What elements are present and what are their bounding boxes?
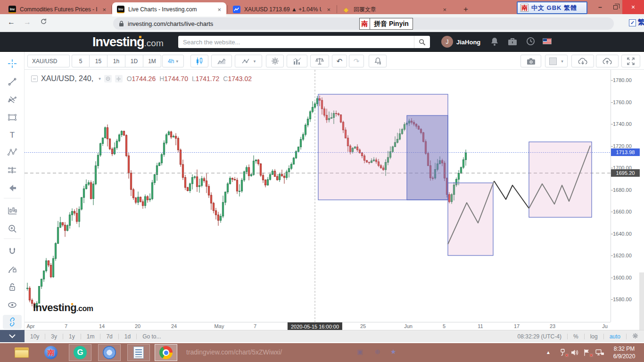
range-3y[interactable]: 3y	[45, 333, 63, 340]
cursor-crosshair-icon[interactable]	[0, 56, 25, 72]
timeframe-1m[interactable]: 1M	[143, 55, 161, 67]
collapse-arrow-left-icon[interactable]	[0, 180, 25, 196]
page-scrollbar[interactable]	[639, 272, 644, 330]
compare-button[interactable]: ▾	[235, 55, 262, 67]
clock-utc-label[interactable]: 08:32:29 (UTC-4)	[512, 333, 567, 340]
timeframe-1h[interactable]: 1h	[107, 55, 125, 67]
timeframe-1d[interactable]: 1D	[125, 55, 143, 67]
save-chart-button[interactable]	[596, 55, 619, 67]
refresh-button[interactable]	[38, 18, 49, 27]
sidebar-collapse-chevron[interactable]	[0, 330, 25, 342]
ime-checkbox[interactable]: ✓	[629, 19, 636, 26]
log-scale-toggle[interactable]: log	[585, 333, 603, 340]
chromium-icon[interactable]	[98, 344, 121, 361]
lock-drawings-icon[interactable]	[0, 279, 25, 295]
range-1m[interactable]: 1m	[81, 333, 100, 340]
window-restore-button[interactable]	[608, 0, 622, 14]
area-style-button[interactable]	[211, 55, 232, 67]
axis-settings-gear-icon[interactable]	[627, 333, 644, 340]
timeframe-15m[interactable]: 15	[90, 55, 107, 67]
indicators-button[interactable]	[287, 55, 307, 67]
username[interactable]: JiaHong	[456, 39, 480, 46]
language-flag-icon[interactable]	[543, 38, 552, 44]
ime-traditional-char[interactable]: 繁	[638, 18, 644, 27]
window-minimize-button[interactable]: –	[593, 0, 607, 14]
range-1y[interactable]: 1y	[63, 333, 81, 340]
hide-drawings-eye-icon[interactable]	[0, 297, 25, 313]
legend-visibility-icon[interactable]	[104, 75, 112, 82]
load-chart-button[interactable]	[571, 55, 594, 67]
taskbar-clock[interactable]: 8:32 PM 6/9/2020	[607, 345, 641, 360]
tab-close-icon[interactable]: ×	[101, 6, 107, 13]
file-explorer-icon[interactable]	[10, 344, 33, 361]
undo-button[interactable]: ↶	[332, 55, 347, 67]
compare-scales-button[interactable]	[310, 55, 329, 67]
portfolio-briefcase-icon[interactable]	[507, 37, 518, 48]
gann-fib-tools-icon[interactable]	[0, 91, 25, 107]
settings-button[interactable]	[266, 55, 284, 67]
tray-volume-icon[interactable]	[570, 348, 580, 357]
notifications-bell-icon[interactable]	[490, 37, 499, 48]
avatar[interactable]: J	[441, 36, 453, 48]
price-axis[interactable]: 1713.98 1695.20 1780.001760.001740.00172…	[611, 70, 639, 322]
search-input[interactable]	[178, 39, 414, 46]
ime-globe-icon[interactable]: 南	[40, 344, 62, 361]
timeframe-4h-active[interactable]: 4h ▾	[162, 55, 184, 67]
symbol-input[interactable]: XAU/USD	[27, 55, 70, 67]
grammarly-icon[interactable]: G	[69, 344, 91, 361]
timeframe-5m[interactable]: 5	[72, 55, 90, 67]
legend-settings-gear-icon[interactable]	[115, 75, 123, 82]
screenshot-camera-button[interactable]	[520, 55, 541, 67]
shapes-rectangle-icon[interactable]	[0, 109, 25, 125]
forward-button[interactable]: →	[22, 18, 33, 26]
tray-action-center-flag-icon[interactable]: ✕	[583, 348, 592, 357]
tab-close-icon[interactable]: ×	[216, 6, 223, 13]
tray-show-hidden-icon[interactable]: ▲	[546, 350, 555, 358]
range-7d[interactable]: 7d	[100, 333, 118, 340]
writer-document-icon[interactable]	[127, 344, 150, 361]
bars-pattern-icon[interactable]	[0, 203, 25, 219]
range-10y[interactable]: 10y	[25, 333, 45, 340]
tab-live-charts[interactable]: Inv Live Charts - Investing.com ×	[112, 2, 226, 16]
tray-network-icon[interactable]	[595, 348, 604, 357]
add-alert-button[interactable]	[369, 55, 387, 67]
stay-drawing-mode-icon[interactable]	[0, 261, 25, 277]
recent-clock-icon[interactable]	[526, 37, 535, 48]
percent-scale-toggle[interactable]: %	[568, 333, 584, 340]
search-icon[interactable]	[414, 36, 430, 48]
background-color-button[interactable]: ▾	[545, 55, 568, 67]
auto-scale-toggle[interactable]: auto	[604, 333, 626, 340]
legend-symbol[interactable]: XAU/USD, 240,	[41, 74, 93, 83]
ime-pinyin-label: 拼音 Pinyin	[370, 18, 413, 29]
tab-title: Live Charts - Investing.com	[128, 6, 212, 13]
candlestick-style-button[interactable]	[190, 55, 208, 67]
text-tool-icon[interactable]: T	[0, 127, 25, 143]
ime-language-panel[interactable]: 南 中文 GBK 繁體	[517, 1, 587, 14]
gear-icon	[271, 57, 279, 65]
time-axis[interactable]: 2020-05-15 16:00:00 Apr7142024May725Jun5…	[25, 322, 611, 330]
chrome-icon[interactable]	[155, 344, 177, 361]
ime-floating-bar[interactable]: 南 拼音 Pinyin	[359, 18, 413, 30]
trend-line-icon[interactable]	[0, 74, 25, 90]
magnet-icon[interactable]	[0, 243, 25, 259]
redo-button[interactable]: ↷	[349, 55, 364, 67]
xabcd-pattern-icon[interactable]	[0, 144, 25, 160]
go-to-button[interactable]: Go to...	[137, 333, 166, 340]
tab-close-icon[interactable]: ×	[325, 6, 332, 13]
legend-collapse-icon[interactable]: –	[31, 75, 38, 82]
zoom-in-icon[interactable]	[0, 221, 25, 237]
tab-close-icon[interactable]: ×	[441, 6, 448, 13]
chart-pane[interactable]: Investing.com – XAU/USD, 240, ▾ O1744.26…	[25, 70, 611, 322]
sync-link-icon[interactable]	[3, 315, 22, 329]
taskbar-time: 8:32 PM	[607, 345, 641, 353]
range-1d[interactable]: 1d	[119, 333, 136, 340]
window-close-button[interactable]: ×	[622, 0, 644, 14]
chevron-down-icon[interactable]: ▾	[99, 76, 101, 81]
back-button[interactable]: ←	[6, 18, 17, 26]
tray-device-icon[interactable]: ✕	[558, 348, 568, 357]
site-logo[interactable]: Investing.com	[92, 35, 164, 49]
area-chart-icon	[217, 58, 226, 65]
price-chart[interactable]	[25, 70, 611, 322]
fullscreen-button[interactable]	[621, 55, 640, 67]
forecast-position-icon[interactable]	[0, 162, 25, 178]
